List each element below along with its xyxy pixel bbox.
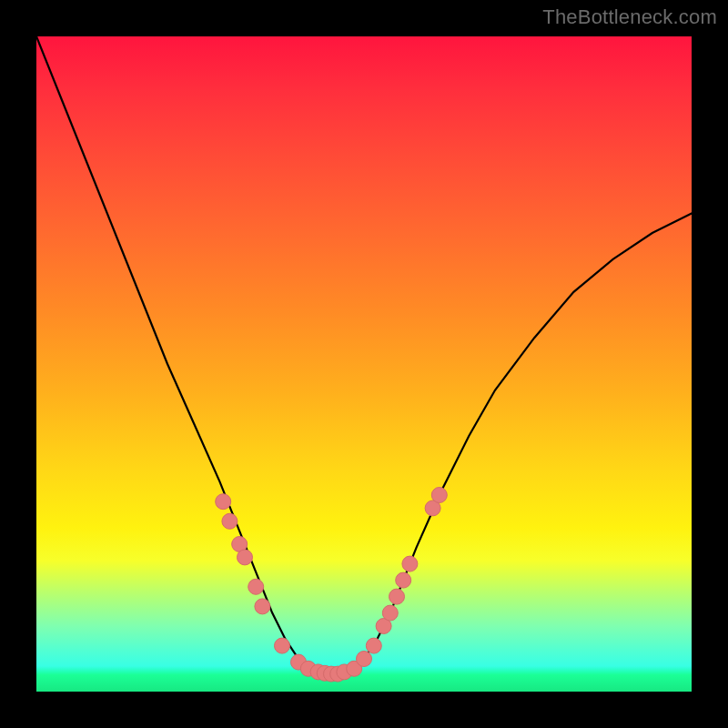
data-marker [238,550,253,565]
plot-area [36,36,692,692]
data-marker [255,599,270,614]
data-marker [275,638,290,653]
outer-frame: TheBottleneck.com [0,0,728,728]
data-marker [396,572,411,588]
data-marker [431,488,447,503]
data-marker [248,579,264,594]
data-marker [222,513,238,529]
curve-svg [36,36,692,692]
data-markers [216,488,448,682]
data-marker [402,556,418,571]
data-marker [382,605,398,621]
data-marker [389,589,405,604]
data-marker [357,652,372,667]
data-marker [216,494,231,510]
attribution-text: TheBottleneck.com [542,5,717,29]
data-marker [366,638,381,653]
bottleneck-curve [36,36,692,679]
